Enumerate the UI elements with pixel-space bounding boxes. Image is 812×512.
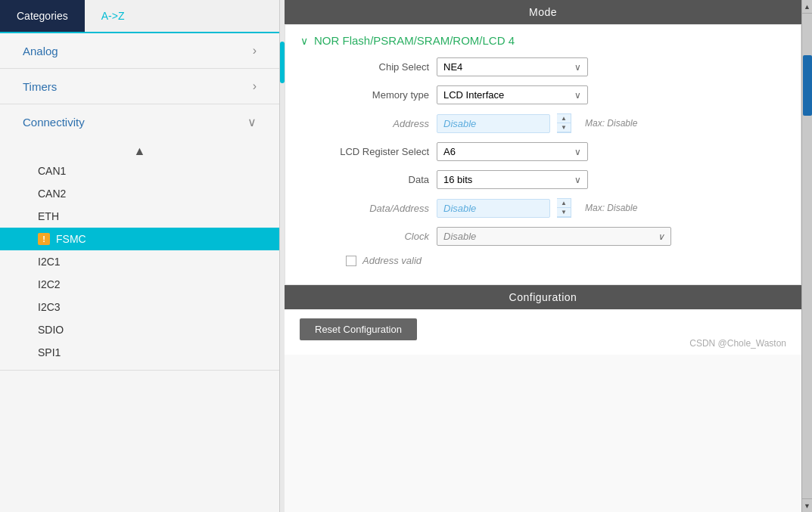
clock-dropdown[interactable]: Disable ∨: [437, 227, 671, 246]
scroll-track: [803, 14, 812, 498]
i2c2-label: I2C2: [38, 278, 61, 290]
sidebar-item-sdio[interactable]: SDIO: [0, 318, 279, 341]
data-address-spin-down[interactable]: ▼: [557, 208, 571, 217]
sidebar-item-i2c3[interactable]: I2C3: [0, 296, 279, 318]
data-row: Data 16 bits ∨: [300, 170, 786, 189]
sidebar-content: Analog › Timers › Connectivity ∨ ▲ CAN1: [0, 33, 279, 512]
chevron-right-icon: ›: [253, 44, 257, 57]
data-arrow: ∨: [574, 175, 581, 185]
sidebar-item-i2c2[interactable]: I2C2: [0, 273, 279, 296]
config-header: Configuration: [285, 285, 801, 309]
address-spin-up[interactable]: ▲: [557, 114, 571, 123]
category-connectivity[interactable]: Connectivity ∨: [0, 104, 279, 140]
lcd-register-row: LCD Register Select A6 ∨: [300, 142, 786, 161]
data-address-max-label: Max: Disable: [585, 203, 637, 213]
address-input: Disable: [437, 114, 550, 133]
i2c3-label: I2C3: [38, 301, 61, 313]
tab-categories[interactable]: Categories: [0, 0, 85, 32]
address-valid-label: Address valid: [362, 255, 422, 266]
sidebar-item-eth[interactable]: ETH: [0, 205, 279, 228]
chevron-down-icon: ∨: [300, 35, 308, 47]
data-address-label: Data/Address: [300, 203, 429, 214]
clock-arrow: ∨: [658, 231, 664, 242]
data-label: Data: [300, 174, 429, 185]
clock-label: Clock: [300, 231, 429, 242]
sidebar: Categories A->Z Analog › Timers › Connec…: [0, 0, 280, 512]
address-valid-row: Address valid: [346, 255, 786, 266]
lcd-register-arrow: ∨: [574, 147, 581, 157]
clock-value: Disable: [443, 231, 476, 242]
memory-type-value: LCD Interface: [443, 89, 504, 101]
tab-az[interactable]: A->Z: [85, 0, 142, 32]
address-value: Disable: [443, 118, 476, 129]
category-analog-label: Analog: [23, 45, 58, 57]
address-spin-down[interactable]: ▼: [557, 123, 571, 132]
address-valid-checkbox[interactable]: [346, 256, 356, 266]
mode-header: Mode: [285, 0, 801, 24]
lcd-register-value: A6: [443, 146, 456, 157]
memory-type-dropdown[interactable]: LCD Interface ∨: [437, 85, 588, 104]
connectivity-items: ▲ CAN1 CAN2 ETH ! FSMC: [0, 140, 279, 370]
warning-icon: !: [38, 233, 50, 245]
main-panel: Mode ∨ NOR Flash/PSRAM/SRAM/ROM/LCD 4 Ch…: [285, 0, 801, 512]
data-dropdown[interactable]: 16 bits ∨: [437, 170, 588, 189]
sidebar-item-i2c1[interactable]: I2C1: [0, 250, 279, 273]
sdio-label: SDIO: [38, 324, 64, 336]
reset-config-button[interactable]: Reset Configuration: [300, 318, 417, 340]
config-content: Reset Configuration CSDN @Chole_Waston: [285, 309, 801, 355]
memory-type-arrow: ∨: [574, 90, 581, 101]
chevron-down-icon: ∨: [247, 115, 257, 129]
memory-type-row: Memory type LCD Interface ∨: [300, 85, 786, 104]
data-address-value: Disable: [443, 203, 476, 214]
spi1-label: SPI1: [38, 346, 61, 358]
clock-row: Clock Disable ∨: [300, 227, 786, 246]
lcd-register-label: LCD Register Select: [300, 146, 429, 157]
connectivity-section: Connectivity ∨ ▲ CAN1 CAN2 ETH: [0, 104, 279, 371]
chip-select-row: Chip Select NE4 ∨: [300, 57, 786, 76]
sidebar-item-can2[interactable]: CAN2: [0, 182, 279, 205]
category-connectivity-label: Connectivity: [23, 116, 85, 129]
scroll-up-arrow[interactable]: ▲: [802, 0, 813, 14]
sidebar-tabs: Categories A->Z: [0, 0, 279, 33]
data-value: 16 bits: [443, 174, 472, 185]
eth-label: ETH: [38, 210, 59, 222]
address-max-label: Max: Disable: [585, 118, 637, 129]
sidebar-item-fsmc[interactable]: ! FSMC: [0, 228, 279, 250]
config-section: Configuration Reset Configuration CSDN @…: [285, 285, 801, 355]
scroll-thumb[interactable]: [803, 55, 812, 116]
sidebar-item-spi1[interactable]: SPI1: [0, 341, 279, 364]
can2-label: CAN2: [38, 188, 66, 200]
address-label: Address: [300, 118, 429, 129]
mode-content: ∨ NOR Flash/PSRAM/SRAM/ROM/LCD 4 Chip Se…: [285, 24, 801, 285]
address-row: Address Disable ▲ ▼ Max: Disable: [300, 113, 786, 133]
lcd-register-dropdown[interactable]: A6 ∨: [437, 142, 588, 161]
chevron-right-icon: ›: [253, 79, 257, 93]
chip-select-label: Chip Select: [300, 61, 429, 73]
chip-select-dropdown[interactable]: NE4 ∨: [437, 57, 588, 76]
category-timers[interactable]: Timers ›: [0, 69, 279, 104]
nor-flash-header: ∨ NOR Flash/PSRAM/SRAM/ROM/LCD 4: [300, 34, 786, 47]
data-address-row: Data/Address Disable ▲ ▼ Max: Disable: [300, 198, 786, 218]
address-spinner[interactable]: ▲ ▼: [557, 113, 571, 133]
sidebar-item-can1[interactable]: CAN1: [0, 160, 279, 182]
data-address-spin-up[interactable]: ▲: [557, 199, 571, 208]
right-scrollbar[interactable]: ▲ ▼: [801, 0, 812, 512]
scroll-down-arrow[interactable]: ▼: [802, 498, 813, 512]
category-analog[interactable]: Analog ›: [0, 33, 279, 69]
chip-select-arrow: ∨: [574, 62, 581, 73]
category-timers-label: Timers: [23, 80, 57, 93]
fsmc-label: FSMC: [56, 233, 86, 245]
can1-label: CAN1: [38, 165, 66, 177]
data-address-spinner[interactable]: ▲ ▼: [557, 198, 571, 218]
right-panel: Mode ∨ NOR Flash/PSRAM/SRAM/ROM/LCD 4 Ch…: [285, 0, 812, 512]
nor-flash-label: NOR Flash/PSRAM/SRAM/ROM/LCD 4: [314, 34, 515, 47]
memory-type-label: Memory type: [300, 89, 429, 101]
sort-icon: ▲: [0, 140, 279, 160]
watermark-text: CSDN @Chole_Waston: [689, 338, 786, 349]
data-address-input: Disable: [437, 199, 550, 218]
i2c1-label: I2C1: [38, 256, 61, 268]
chip-select-value: NE4: [443, 61, 462, 73]
